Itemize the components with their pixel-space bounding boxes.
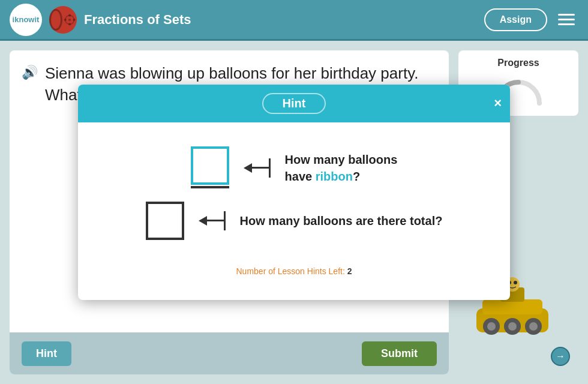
denominator-q-text: How many balloons are there total? (240, 214, 443, 227)
modal-header: Hint × (78, 85, 510, 122)
numerator-visual (191, 146, 229, 190)
numerator-arrow (244, 158, 271, 178)
numerator-q-text3: ? (353, 170, 360, 183)
fraction-line (191, 186, 229, 188)
modal-body: How many balloons have ribbon? How many … (78, 122, 510, 300)
denominator-question: How many balloons are there total? (240, 212, 443, 229)
modal-close-button[interactable]: × (494, 97, 502, 110)
hints-left: Number of Lesson Hints Left: 2 (236, 266, 352, 276)
arrow-bar-1 (269, 158, 271, 178)
fraction-denominator-row: How many balloons are there total? (146, 202, 443, 240)
numerator-box (191, 146, 229, 185)
arrow-shaft-1 (252, 167, 269, 169)
modal-title: Hint (262, 93, 326, 114)
hints-left-count: 2 (347, 266, 352, 276)
hints-left-label: Number of Lesson Hints Left: (236, 266, 347, 276)
denominator-visual (146, 202, 184, 240)
arrow-shaft-2 (207, 220, 224, 221)
denominator-box (146, 202, 184, 240)
numerator-question: How many balloons have ribbon? (285, 151, 398, 185)
arrow-head-1 (244, 163, 252, 173)
denominator-arrow (199, 211, 226, 230)
numerator-q-text1: How many balloons (285, 153, 398, 166)
numerator-q-text2: have (285, 170, 316, 183)
arrow-bar-2 (224, 211, 226, 230)
arrow-head-2 (199, 216, 207, 226)
modal-overlay: Hint × How many balloons have ribbon? (0, 0, 588, 384)
fraction-numerator-row: How many balloons have ribbon? (191, 146, 398, 190)
ribbon-highlight: ribbon (316, 170, 353, 183)
hint-modal: Hint × How many balloons have ribbon? (78, 85, 510, 300)
